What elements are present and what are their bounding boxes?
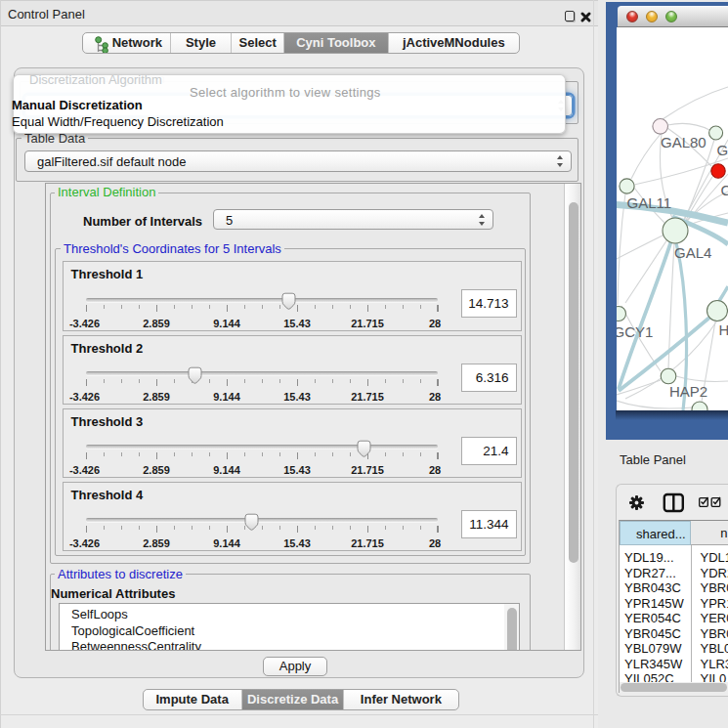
svg-text:GAL4: GAL4 [674,244,711,261]
svg-text:GAL11: GAL11 [627,194,672,211]
svg-text:C: C [721,182,728,198]
svg-text:H: H [719,321,728,338]
svg-text:GCY1: GCY1 [617,323,653,340]
svg-text:HAP2: HAP2 [669,383,707,400]
svg-text:GA: GA [717,142,728,158]
svg-text:GAL80: GAL80 [661,134,707,150]
